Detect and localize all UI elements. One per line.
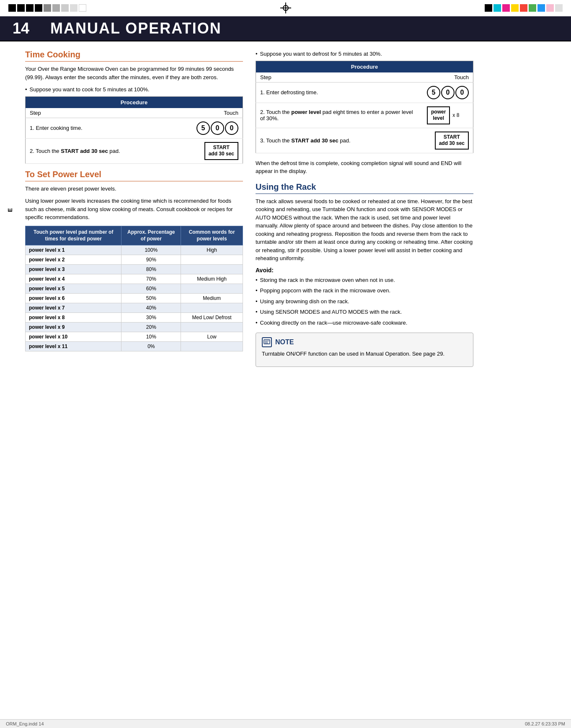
table-row: power level x 1 100% High bbox=[26, 245, 243, 255]
list-item: Popping popcorn with the rack in the mic… bbox=[256, 287, 473, 295]
step-1-text: 1. Enter cooking time. bbox=[26, 118, 170, 138]
defrost-bullet: Suppose you want to defrost for 5 minute… bbox=[256, 50, 473, 58]
table-row: power level x 10 10% Low bbox=[26, 332, 243, 342]
reg-mark-gray4 bbox=[70, 4, 78, 12]
page-title: MANUAL OPERATION bbox=[50, 20, 222, 37]
defrost-step-header: Step bbox=[256, 72, 423, 83]
power-percentage-cell: 80% bbox=[121, 265, 181, 274]
table-row: power level x 5 60% bbox=[26, 284, 243, 294]
power-words-cell bbox=[181, 265, 243, 274]
note-text: Turntable ON/OFF function can be used in… bbox=[262, 350, 467, 358]
power-percentage-cell: 90% bbox=[121, 255, 181, 265]
avoid-list: Storing the rack in the microwave oven w… bbox=[256, 276, 473, 327]
key-group-500: 5 0 0 bbox=[196, 121, 238, 135]
defrost-start-button: STARTadd 30 sec bbox=[435, 132, 469, 150]
power-level-table: Touch power level pad number of times fo… bbox=[25, 226, 243, 352]
power-percentage-cell: 40% bbox=[121, 303, 181, 313]
power-words-cell: Medium High bbox=[181, 274, 243, 284]
defrost-key-0b: 0 bbox=[455, 86, 469, 99]
power-words-cell bbox=[181, 342, 243, 351]
reg-mark-black3 bbox=[26, 4, 34, 12]
power-words-cell bbox=[181, 303, 243, 313]
color-mark-black bbox=[485, 4, 492, 12]
power-level-cell: power level x 7 bbox=[26, 303, 121, 313]
time-cooking-section: Time Cooking Your Over the Range Microwa… bbox=[25, 50, 243, 164]
power-percentage-cell: 30% bbox=[121, 313, 181, 323]
power-percentage-cell: 70% bbox=[121, 274, 181, 284]
power-table-header-3: Common words for power levels bbox=[181, 226, 243, 245]
reg-mark-gray1 bbox=[44, 4, 51, 12]
top-bar-area bbox=[0, 0, 571, 16]
avoid-label: Avoid: bbox=[256, 267, 473, 274]
power-words-cell: High bbox=[181, 245, 243, 255]
table-row: power level x 9 20% bbox=[26, 323, 243, 332]
table-row: power level x 6 50% Medium bbox=[26, 294, 243, 303]
rack-intro: The rack allows several foods to be cook… bbox=[256, 197, 473, 263]
defrost-note: When the defrost time is complete, cooki… bbox=[256, 159, 473, 176]
time-cooking-intro: Your Over the Range Microwave Oven can b… bbox=[25, 65, 243, 81]
color-mark-green bbox=[529, 4, 536, 12]
color-mark-red bbox=[520, 4, 527, 12]
power-words-cell bbox=[181, 323, 243, 332]
left-column: Time Cooking Your Over the Range Microwa… bbox=[25, 50, 243, 367]
procedure-step-header: Step bbox=[26, 108, 170, 118]
table-row: power level x 7 40% bbox=[26, 303, 243, 313]
power-words-cell: Medium bbox=[181, 294, 243, 303]
power-level-cell: power level x 2 bbox=[26, 255, 121, 265]
power-percentage-cell: 20% bbox=[121, 323, 181, 332]
procedure-touch-header: Touch bbox=[169, 108, 243, 118]
page-footer: ORM_Eng.indd 14 08.2.27 6:23:33 PM bbox=[0, 719, 571, 728]
table-row: 1. Enter cooking time. 5 0 0 bbox=[26, 118, 243, 138]
power-level-cell: power level x 1 bbox=[26, 245, 121, 255]
defrost-step-2-keys: powerlevel x 8 bbox=[423, 103, 473, 128]
color-mark-magenta bbox=[502, 4, 510, 12]
power-level-title: To Set Power Level bbox=[25, 170, 243, 181]
margin-label: E bbox=[7, 208, 13, 212]
rack-section: Using the Rack The rack allows several f… bbox=[256, 182, 473, 367]
reg-mark-gray2 bbox=[52, 4, 60, 12]
reg-marks-left bbox=[8, 4, 86, 12]
list-item: Storing the rack in the microwave oven w… bbox=[256, 276, 473, 284]
color-mark-cyan bbox=[493, 4, 501, 12]
power-level-key-group: powerlevel x 8 bbox=[427, 106, 469, 124]
defrost-procedure-title: Procedure bbox=[256, 61, 473, 72]
defrost-step-3-keys: STARTadd 30 sec bbox=[423, 128, 473, 153]
x8-label: x 8 bbox=[452, 112, 459, 118]
right-column: Suppose you want to defrost for 5 minute… bbox=[256, 50, 473, 367]
list-item: Using SENSOR MODES and AUTO MODES with t… bbox=[256, 308, 473, 316]
note-icon bbox=[262, 337, 272, 347]
reg-mark-gray3 bbox=[61, 4, 69, 12]
reg-marks-right bbox=[485, 4, 563, 12]
table-row: 1. Enter defrosting time. 5 0 0 bbox=[256, 82, 473, 103]
reg-mark-black4 bbox=[35, 4, 42, 12]
table-row: 3. Touch the START add 30 sec pad. START… bbox=[256, 128, 473, 153]
table-row: power level x 2 90% bbox=[26, 255, 243, 265]
power-level-intro1: There are eleven preset power levels. bbox=[25, 185, 243, 193]
footer-right: 08.2.27 6:23:33 PM bbox=[525, 721, 565, 726]
list-item: Using any browning dish on the rack. bbox=[256, 297, 473, 306]
note-header: NOTE bbox=[262, 337, 467, 347]
footer-left: ORM_Eng.indd 14 bbox=[6, 721, 44, 726]
key-0b: 0 bbox=[225, 121, 238, 135]
power-words-cell: Low bbox=[181, 332, 243, 342]
power-level-cell: power level x 6 bbox=[26, 294, 121, 303]
power-level-cell: power level x 11 bbox=[26, 342, 121, 351]
step-2-text: 2. Touch the START add 30 sec pad. bbox=[26, 138, 170, 163]
rack-title: Using the Rack bbox=[256, 182, 473, 194]
time-cooking-bullet1: Suppose you want to cook for 5 minutes a… bbox=[25, 85, 243, 94]
procedure-table-title: Procedure bbox=[26, 96, 243, 108]
time-cooking-procedure-table: Procedure Step Touch 1. Enter cooking ti… bbox=[25, 96, 243, 164]
time-cooking-title: Time Cooking bbox=[25, 50, 243, 62]
color-mark-yellow bbox=[511, 4, 519, 12]
defrost-step-1-text: 1. Enter defrosting time. bbox=[256, 82, 423, 103]
power-percentage-cell: 100% bbox=[121, 245, 181, 255]
table-row: power level x 8 30% Med Low/ Defrost bbox=[26, 313, 243, 323]
table-row: 2. Touch the START add 30 sec pad. START… bbox=[26, 138, 243, 163]
power-level-key: powerlevel bbox=[427, 106, 450, 124]
power-words-cell bbox=[181, 284, 243, 294]
table-row: 2. Touch the power level pad eight times… bbox=[256, 103, 473, 128]
power-table-header-1: Touch power level pad number of times fo… bbox=[26, 226, 121, 245]
power-percentage-cell: 50% bbox=[121, 294, 181, 303]
defrost-procedure-table: Procedure Step Touch 1. Enter defrosting… bbox=[256, 61, 473, 153]
power-level-cell: power level x 3 bbox=[26, 265, 121, 274]
